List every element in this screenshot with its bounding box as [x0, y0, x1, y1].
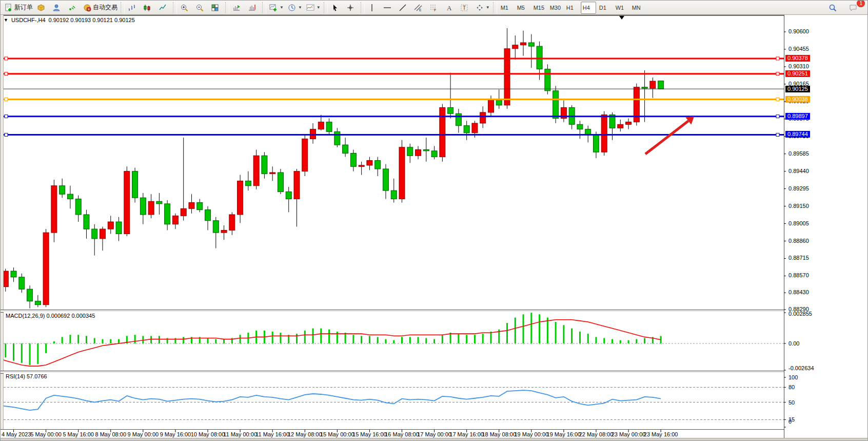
time-tick-label: 5 May 00:00 [30, 431, 62, 437]
time-tick-label: 9 May 00:00 [128, 431, 159, 437]
macd-tick-label: -0.002634 [788, 365, 814, 371]
tile-windows-icon [211, 4, 219, 12]
price-tick-label: 0.89440 [788, 168, 809, 174]
toolbar-separator [493, 2, 497, 13]
price-tick-label: 0.89295 [788, 185, 809, 191]
time-tick-label: 9 May 16:00 [160, 431, 191, 437]
time-tick-label: 19 May 16:00 [547, 431, 581, 437]
price-line-label: 0.89897 [785, 113, 810, 120]
current-price-label: 0.90125 [785, 86, 810, 92]
macd-panel[interactable]: MACD(12,26,9) 0.000692 0.000345 [4, 312, 784, 371]
macd-label: MACD(12,26,9) 0.000692 0.000345 [6, 313, 95, 319]
chart-title-bar: ▼ USDCHF-,H4 0.90192 0.90193 0.90121 0.9… [4, 16, 135, 24]
cursor-button[interactable] [329, 2, 344, 14]
timeframe-label: M15 [534, 5, 544, 11]
rsi-tick-label: 100 [788, 374, 798, 380]
time-tick-label: 19 May 00:00 [514, 431, 548, 437]
time-tick-label: 12 May 08:00 [288, 431, 322, 437]
time-tick-label: 23 May 00:00 [611, 431, 646, 437]
time-tick-label: 17 May 16:00 [449, 431, 484, 437]
timeframe-m5-button[interactable]: M5 [515, 2, 530, 14]
hline-icon [383, 4, 391, 12]
notifications-button[interactable]: 1 [847, 2, 862, 14]
draw-vline-button[interactable] [366, 2, 381, 14]
toolbox-button[interactable] [35, 2, 50, 14]
chart-dropdown-arrow[interactable]: ▼ [4, 17, 8, 23]
profiles-button[interactable]: ▼ [286, 2, 304, 14]
toolbar-separator [361, 2, 365, 13]
draw-trendline-button[interactable] [397, 2, 412, 14]
timeframe-m15-button[interactable]: M15 [531, 2, 547, 14]
rsi-panel[interactable]: RSI(14) 57.0766 [4, 373, 784, 429]
auto-scroll-button[interactable] [230, 2, 246, 14]
chart-plus-icon [269, 4, 278, 12]
auto-trading-button[interactable]: 自动交易 [81, 2, 120, 14]
timeframe-label: H1 [566, 5, 574, 11]
draw-hline-button[interactable] [381, 2, 397, 14]
draw-arrows-button[interactable]: ▼ [474, 2, 492, 14]
timeframe-h4-button[interactable]: H4 [581, 2, 596, 14]
timeframe-w1-button[interactable]: W1 [614, 2, 629, 14]
price-line-label: 0.90251 [785, 70, 810, 77]
price-tick-label: 0.88570 [788, 272, 809, 278]
market-watch-button[interactable] [50, 2, 66, 14]
chart-bars-button[interactable] [126, 2, 141, 14]
chart-shift-button[interactable] [246, 2, 261, 14]
price-tick-label: 0.90310 [788, 63, 809, 69]
chevron-down-icon[interactable]: ▼ [486, 5, 490, 10]
timeframe-m1-button[interactable]: M1 [499, 2, 514, 14]
indicators-list-button[interactable]: ▼ [304, 2, 323, 14]
price-line-label: 0.89744 [785, 131, 810, 138]
tile-windows-button[interactable] [209, 2, 224, 14]
time-tick-label: 15 May 00:00 [320, 431, 354, 437]
candles-chart-icon [143, 4, 151, 12]
new-order-button[interactable]: 新订单 [3, 2, 35, 14]
timeframe-d1-button[interactable]: D1 [597, 2, 613, 14]
time-tick-label: 22 May 08:00 [579, 431, 614, 437]
zoom-out-button[interactable] [193, 2, 209, 14]
clock-icon [288, 4, 296, 12]
chevron-down-icon[interactable]: ▼ [317, 5, 321, 10]
timeframe-mn-button[interactable]: MN [630, 2, 645, 14]
time-tick-label: 15 May 16:00 [352, 431, 387, 437]
chart-line-button[interactable] [156, 2, 172, 14]
chart-shift-icon [248, 4, 256, 12]
gold-box-icon [37, 4, 45, 12]
profile-icon [52, 4, 61, 12]
macd-tick-label: 0.00 [788, 340, 799, 347]
crosshair-button[interactable] [344, 2, 360, 14]
toolbar-right-group: 1 [826, 2, 866, 14]
timeframe-m30-button[interactable]: M30 [548, 2, 563, 14]
rsi-tick-label: 50 [788, 399, 795, 406]
draw-label-button[interactable]: T [458, 2, 474, 14]
price-tick-label: 0.89585 [788, 150, 809, 157]
draw-text-button[interactable]: A [443, 2, 458, 14]
chart-candles-button[interactable] [141, 2, 156, 14]
price-axis[interactable]: 0.906000.904550.903100.901650.900200.898… [784, 15, 868, 438]
price-tick-label: 0.89005 [788, 220, 809, 226]
timeframe-h1-button[interactable]: H1 [564, 2, 580, 14]
time-axis[interactable]: 4 May 20235 May 00:005 May 16:008 May 08… [1, 429, 784, 438]
draw-channel-button[interactable]: E [412, 2, 427, 14]
notification-badge: 1 [857, 0, 865, 7]
svg-text:T: T [463, 5, 466, 11]
signals-button[interactable] [66, 2, 81, 14]
svg-text:E: E [419, 8, 422, 12]
timeframe-label: M1 [501, 5, 508, 11]
time-tick-label: 5 May 16:00 [63, 431, 94, 437]
chart-symbol-title: USDCHF-,H4 [11, 17, 46, 23]
price-tick-label: 0.89150 [788, 203, 809, 209]
draw-fibonacci-button[interactable]: F [427, 2, 443, 14]
chart-shift-marker[interactable] [619, 16, 624, 20]
crosshair-icon [346, 4, 354, 12]
price-line-label: 0.90038 [785, 96, 810, 103]
bars-chart-icon [128, 4, 136, 12]
window-bottom-edge [1, 438, 868, 441]
new-chart-button[interactable]: ▼ [267, 2, 286, 14]
zoom-in-button[interactable] [178, 2, 193, 14]
main-chart-panel[interactable] [4, 23, 784, 310]
chevron-down-icon[interactable]: ▼ [280, 5, 284, 10]
search-button[interactable] [826, 2, 842, 14]
chevron-down-icon[interactable]: ▼ [298, 5, 302, 10]
time-tick-label: 10 May 08:00 [191, 431, 225, 437]
